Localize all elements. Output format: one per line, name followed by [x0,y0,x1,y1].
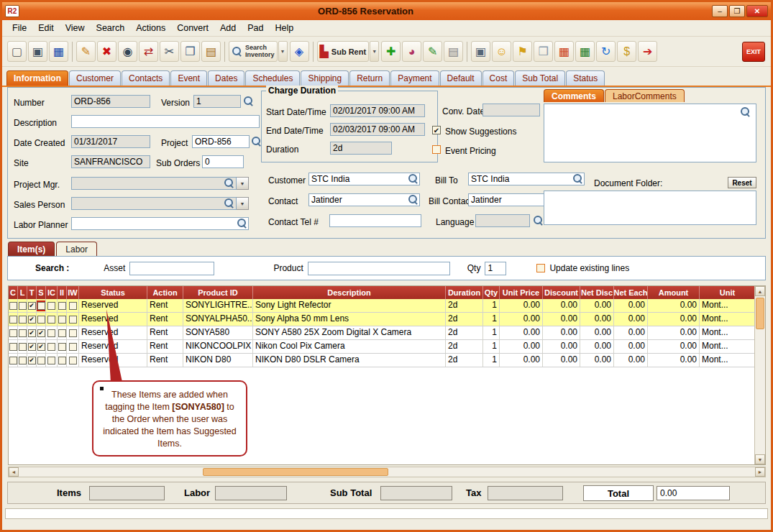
minimize-button[interactable]: – [712,5,728,17]
clear-lines-button[interactable]: ❒ [534,41,553,62]
update-existing-lines-checkbox[interactable] [536,264,545,272]
row-checkbox[interactable] [19,357,27,364]
row-checkbox[interactable] [37,329,45,337]
row-checkbox[interactable] [69,316,77,324]
row-checkbox[interactable] [28,343,36,351]
row-checkbox[interactable] [19,329,27,337]
column-header-qty[interactable]: Qty [483,286,500,299]
toolbar-dropdown-arrow[interactable]: ▼ [370,41,379,62]
version-search-icon[interactable] [243,96,254,106]
row-checkbox[interactable] [69,329,77,337]
qty-input[interactable] [485,262,506,275]
customer-field[interactable]: STC India [308,173,420,185]
row-checkbox[interactable] [58,316,66,324]
tab-schedules[interactable]: Schedules [245,70,300,86]
tab-shipping[interactable]: Shipping [301,70,349,86]
number-field[interactable]: ORD-856 [71,95,150,108]
refresh-button[interactable]: ↻ [596,41,616,62]
row-checkbox[interactable] [28,329,36,337]
row-checkbox[interactable] [19,302,27,310]
project-mgr-search-icon[interactable] [224,178,234,188]
convert-order-button[interactable]: ⇄ [139,41,158,62]
tab-laborcomments[interactable]: LaborComments [605,89,685,102]
horizontal-scrollbar[interactable]: ◄ ► [8,467,766,477]
comments-search-icon[interactable] [740,106,751,117]
table-row[interactable]: ReservedRentSONYALPHA50...Sony Alpha 50 … [9,313,756,326]
sales-person-search-icon[interactable] [224,198,234,208]
row-checkbox[interactable] [47,343,55,351]
row-checkbox[interactable] [58,329,66,337]
row-checkbox[interactable] [28,357,36,364]
table-row[interactable]: ReservedRentSONYA580SONY A580 25X Zoom D… [9,326,756,340]
scroll-right-arrow[interactable]: ► [755,467,765,477]
table-row[interactable]: ReservedRentSONYLIGHTRE...Sony Light Ref… [9,299,756,313]
column-header-ic[interactable]: IC [46,286,58,299]
project-mgr-field[interactable] [71,177,237,190]
bill-to-search-icon[interactable] [572,173,583,184]
exit-button[interactable]: EXIT [742,42,765,62]
notes-pad-button[interactable]: ▤ [444,41,463,62]
toolbar-dropdown-arrow[interactable]: ▼ [278,41,288,62]
group-items-button[interactable]: ◕ [402,41,421,62]
tab-labor[interactable]: Labor [56,242,97,256]
copy-button[interactable]: ❐ [180,41,200,62]
menu-item-file[interactable]: File [6,21,32,35]
menu-item-edit[interactable]: Edit [32,21,60,35]
row-checkbox[interactable] [19,316,27,324]
horizontal-scroll-thumb[interactable] [203,468,388,476]
column-header-c[interactable]: C [9,286,18,299]
column-header-net-each[interactable]: Net Each [614,286,648,299]
row-checkbox[interactable] [9,343,17,351]
row-checkbox[interactable] [28,302,36,310]
save-button[interactable]: ▦ [49,41,68,62]
tab-return[interactable]: Return [349,70,390,86]
column-header-status[interactable]: Status [79,286,147,299]
row-checkbox[interactable] [19,343,27,351]
row-checkbox[interactable] [69,343,77,351]
tab-default[interactable]: Default [440,70,482,86]
tab-contacts[interactable]: Contacts [122,70,170,86]
project-mgr-dropdown[interactable]: ▼ [237,177,249,190]
row-checkbox[interactable] [58,357,66,364]
analysis-cube-button[interactable]: ▦ [554,41,574,62]
column-header-amount[interactable]: Amount [648,286,700,299]
edit-pencil-button[interactable]: ✎ [76,41,96,62]
conv-date-field[interactable] [482,104,540,116]
column-header-action[interactable]: Action [147,286,183,299]
export-button[interactable]: ➔ [638,41,657,62]
column-header-unit[interactable]: Unit [700,286,756,299]
row-checkbox[interactable] [37,343,45,351]
scroll-up-arrow[interactable]: ▲ [755,286,765,296]
column-header-ii[interactable]: II [58,286,67,299]
cut-button[interactable]: ✂ [160,41,179,62]
row-checkbox[interactable] [47,302,55,310]
end-datetime-field[interactable]: 02/03/2017 09:00 AM [330,123,425,136]
row-checkbox[interactable] [37,316,45,324]
customer-search-icon[interactable] [408,173,418,184]
asset-input[interactable] [129,262,214,275]
contact-field[interactable]: Jatinder [308,193,420,206]
tab-item-s[interactable]: Item(s) [8,242,55,256]
column-header-iw[interactable]: IW [67,286,79,299]
version-field[interactable]: 1 [193,95,241,108]
menu-item-add[interactable]: Add [214,21,242,35]
paste-button[interactable]: ▤ [201,41,221,62]
column-header-duration[interactable]: Duration [446,286,483,299]
table-row[interactable]: ReservedRentNIKONCOOLPIXNikon Cool Pix C… [9,340,756,354]
column-header-product-id[interactable]: Product ID [183,286,253,299]
edit-lines-button[interactable]: ✎ [423,41,442,62]
scroll-left-arrow[interactable]: ◄ [9,467,19,477]
menu-item-pad[interactable]: Pad [242,21,269,35]
grid-edit-button[interactable]: ▦ [575,41,595,62]
event-pricing-checkbox[interactable] [432,145,441,154]
tab-dates[interactable]: Dates [208,70,244,86]
row-checkbox[interactable] [28,316,36,324]
duration-field[interactable]: 2d [330,142,392,155]
column-header-s[interactable]: S [37,286,46,299]
row-checkbox[interactable] [47,329,55,337]
sub-orders-field[interactable]: 0 [202,155,244,168]
find-binoculars-button[interactable]: ◉ [118,41,137,62]
tab-event[interactable]: Event [170,70,207,86]
print-button[interactable]: ▣ [28,41,47,62]
sales-person-field[interactable] [71,197,237,210]
